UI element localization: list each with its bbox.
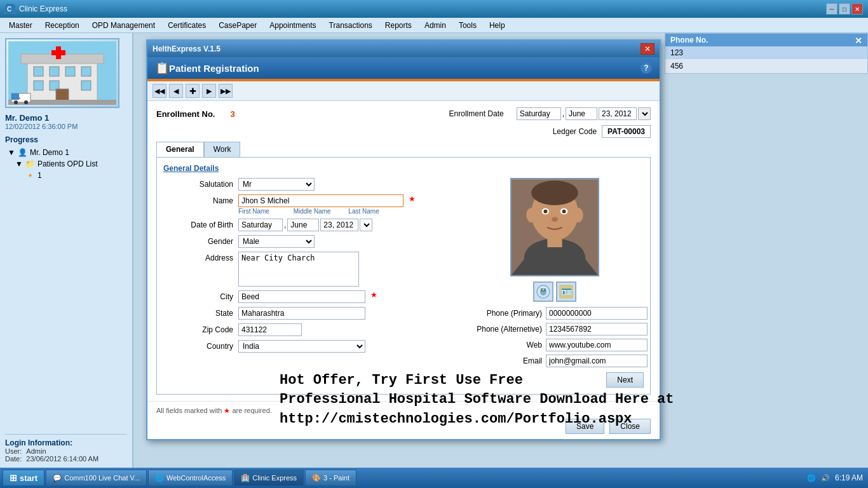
gender-select[interactable]: Male Female [238,235,315,248]
enrollment-date-day[interactable] [517,107,561,120]
promo-text: Hot Offer, Try First Use Free Profession… [280,371,868,430]
name-row: Name First Name Middle Name Last Name [163,194,456,215]
salutation-label: Salutation [163,178,233,189]
toolbar-btn-1[interactable]: ◀◀ [153,84,166,98]
photo-buttons: 🪪 [533,281,576,302]
svg-text:+: + [18,96,21,100]
close-btn[interactable]: ✕ [851,3,863,15]
enrollment-date-select[interactable]: , ▼ [517,107,651,120]
menu-tools[interactable]: Tools [452,20,483,31]
menu-master[interactable]: Master [3,20,39,31]
svg-rect-9 [65,67,75,76]
last-name-label: Last Name [348,208,403,215]
help-icon[interactable]: ? [641,62,652,74]
photo-section: 🪪 [466,178,644,302]
dob-select: , ▼ [238,219,372,231]
name-input[interactable] [238,194,403,207]
dob-year[interactable] [320,219,358,231]
zip-row: Zip Code [163,323,456,336]
enrollment-row: Enrollment No. 3 Enrollment Date , ▼ [156,107,651,120]
web-input[interactable] [546,339,648,351]
toolbar-btn-2[interactable]: ◀ [169,84,183,98]
photo-upload-btn[interactable]: 🪪 [556,281,576,302]
address-textarea[interactable]: Near City Charch [238,252,359,287]
dob-label: Date of Birth [163,219,233,229]
tab-content-general: General Details Salutation Mr Mrs Ms [156,157,651,395]
state-input[interactable] [238,307,365,320]
taskbar-app-3[interactable]: 🎨 3 - Paint [305,470,356,486]
menu-opd[interactable]: OPD Management [86,20,161,31]
menu-transactions[interactable]: Transactions [323,20,379,31]
email-input[interactable] [546,355,648,367]
menu-certificates[interactable]: Certificates [161,20,212,31]
ledger-code-value: PAT-00003 [602,125,651,138]
phone-primary-input[interactable] [546,307,648,320]
login-info: Login Information: User: Admin Date: 23/… [5,434,127,463]
photo-capture-btn[interactable] [533,281,553,302]
dob-row: Date of Birth , ▼ [163,219,456,231]
dialog-close-btn[interactable]: ✕ [641,43,654,55]
menu-reception[interactable]: Reception [39,20,86,31]
enrollment-no-label: Enrollment No. [156,109,215,119]
right-panel: Phone No. ✕ 123 456 HelthExpress V.1.5 ✕… [133,33,868,468]
dialog-body: Enrollment No. 3 Enrollment Date , ▼ Led… [147,101,660,401]
dob-month[interactable] [287,219,319,231]
phone-panel-close[interactable]: ✕ [855,36,862,46]
taskbar-app-1[interactable]: 🌐 WebControlAccess [148,470,233,486]
enrollment-date-year[interactable] [599,107,637,120]
taskbar-app-0[interactable]: 💬 Comm100 Live Chat V... [46,470,147,486]
phone-alt-input[interactable] [546,323,648,336]
dob-dropdown[interactable]: ▼ [360,219,372,231]
city-input[interactable] [238,290,365,303]
menu-admin[interactable]: Admin [418,20,452,31]
taskbar-app-3-label: 3 - Paint [323,474,349,482]
state-row: State [163,307,456,320]
menu-help[interactable]: Help [483,20,512,31]
web-label: Web [466,341,542,349]
login-user-row: User: Admin [5,447,127,455]
required-star-note: ★ [224,407,232,414]
taskbar: ⊞ start 💬 Comm100 Live Chat V... 🌐 WebCo… [0,468,868,488]
email-label: Email [466,356,542,365]
tab-general[interactable]: General [156,142,204,157]
ledger-row: Ledger Code PAT-00003 [156,125,651,138]
menu-casepaper[interactable]: CasePaper [212,20,263,31]
enrollment-date-dropdown[interactable]: ▼ [638,107,651,120]
phone-panel-header: Phone No. ✕ [665,34,867,46]
svg-point-29 [526,208,536,222]
tab-work[interactable]: Work [204,142,241,157]
zip-input[interactable] [238,323,302,336]
salutation-select[interactable]: Mr Mrs Ms Dr [238,178,315,191]
start-label: start [20,473,37,483]
toolbar-btn-4[interactable]: ▶▶ [219,84,233,98]
menu-appointments[interactable]: Appointments [263,20,322,31]
dob-day[interactable] [238,219,283,231]
phone-panel: Phone No. ✕ 123 456 [665,33,868,74]
gender-label: Gender [163,235,233,246]
toolbar-btn-3[interactable]: ▶ [202,84,216,98]
start-button[interactable]: ⊞ start [3,470,44,486]
svg-point-27 [562,210,566,214]
login-date-row: Date: 23/06/2012 6:14:00 AM [5,455,127,463]
tree-subchild[interactable]: 🔸 1 [5,170,127,181]
minimize-btn[interactable]: ─ [826,3,837,15]
country-select[interactable]: India USA UK [238,340,365,353]
maximize-btn[interactable]: □ [839,3,850,15]
progress-label: Progress [5,135,127,144]
taskbar-app-2[interactable]: 🏥 Clinic Express [234,470,304,486]
menu-reports[interactable]: Reports [379,20,418,31]
required-note-text2: are required. [232,407,271,414]
login-date-value: 23/06/2012 6:14:00 AM [26,455,98,463]
zip-label: Zip Code [163,323,233,334]
section-title: General Details [163,164,644,173]
tree-root-label: Mr. Demo 1 [30,148,69,157]
phone-alt-row: Phone (Alternetive) [466,323,644,336]
folder-icon: 📁 [25,159,35,168]
ledger-code-label: Ledger Code [553,127,597,136]
enrollment-date-month[interactable] [566,107,597,120]
enrollment-date-label: Enrollment Date [449,109,504,118]
toolbar-btn-new[interactable]: ✚ [186,84,200,98]
tree-child[interactable]: ▼ 📁 Patients OPD List [5,158,127,170]
tree-root[interactable]: ▼ 👤 Mr. Demo 1 [5,147,127,158]
svg-point-30 [573,208,583,222]
